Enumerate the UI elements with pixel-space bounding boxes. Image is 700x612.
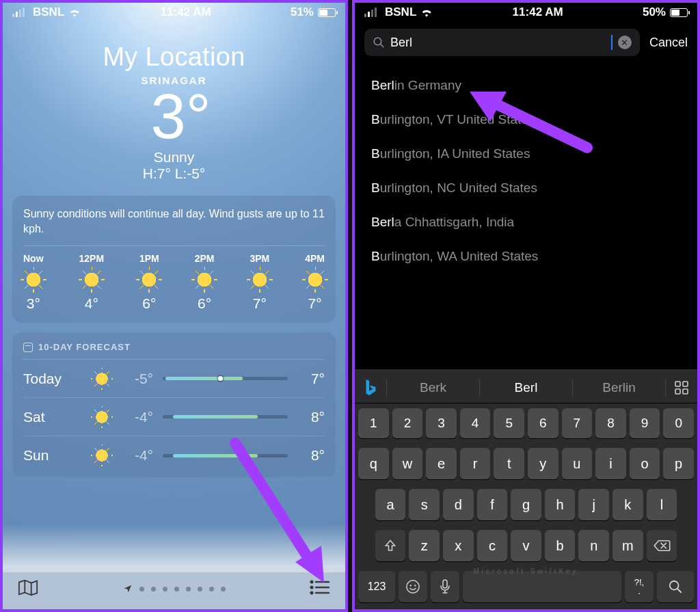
search-result[interactable]: Burlington, NC United States — [355, 171, 697, 205]
hourly-card[interactable]: Sunny conditions will continue all day. … — [12, 196, 336, 323]
search-result[interactable]: Burlington, IA United States — [355, 137, 697, 171]
key-v[interactable]: v — [511, 530, 541, 561]
suggestion[interactable]: Berlin — [573, 380, 665, 395]
forecast-row[interactable]: Sun -4° 8° — [23, 436, 325, 475]
search-input[interactable] — [390, 36, 610, 50]
key-1[interactable]: 1 — [358, 408, 389, 438]
key-space[interactable] — [463, 571, 621, 602]
key-r[interactable]: r — [460, 448, 491, 479]
key-g[interactable]: g — [511, 489, 541, 520]
grid-icon[interactable] — [666, 381, 697, 395]
sun-icon — [140, 271, 158, 289]
key-shift[interactable] — [375, 530, 406, 561]
high-temp: 7° — [297, 371, 325, 387]
hourly-column: 4PM7° — [305, 253, 325, 312]
key-u[interactable]: u — [562, 448, 593, 479]
key-123[interactable]: 123 — [358, 571, 395, 602]
key-l[interactable]: l — [647, 489, 677, 520]
hourly-column: 12PM4° — [79, 253, 104, 312]
hour-label: 1PM — [139, 253, 159, 264]
key-x[interactable]: x — [443, 530, 474, 561]
key-m[interactable]: m — [612, 530, 643, 561]
key-k[interactable]: k — [612, 489, 643, 520]
page-dots[interactable] — [123, 584, 226, 594]
sun-icon — [94, 410, 109, 425]
signal-icon — [12, 8, 25, 17]
key-j[interactable]: j — [578, 489, 609, 520]
hilo-label: H:7° L:-5° — [3, 165, 345, 182]
key-2[interactable]: 2 — [392, 408, 423, 438]
day-label: Today — [23, 371, 83, 387]
suggestion-current[interactable]: Berl — [480, 380, 572, 395]
low-temp: -4° — [120, 409, 153, 425]
battery-icon — [318, 8, 336, 17]
svg-point-17 — [410, 585, 412, 586]
clear-button[interactable]: ✕ — [618, 36, 632, 49]
svg-line-9 — [380, 44, 383, 47]
key-y[interactable]: y — [528, 448, 558, 479]
key-5[interactable]: 5 — [494, 408, 524, 438]
hour-temp: 7° — [308, 295, 322, 312]
low-temp: -4° — [120, 447, 153, 464]
key-e[interactable]: e — [426, 448, 457, 479]
key-d[interactable]: d — [443, 489, 474, 520]
search-field[interactable]: ✕ — [364, 29, 640, 56]
hour-temp: 6° — [198, 295, 211, 312]
key-c[interactable]: c — [477, 530, 508, 561]
weather-hero: My Location SRINAGAR 3° Sunny H:7° L:-5° — [3, 42, 345, 182]
key-6[interactable]: 6 — [528, 408, 558, 438]
search-result[interactable]: Berla Chhattisgarh, India — [355, 205, 697, 239]
key-z[interactable]: z — [409, 530, 440, 561]
key-emoji[interactable] — [399, 571, 427, 602]
map-button[interactable] — [18, 578, 38, 599]
search-result[interactable]: Burlington, WA United States — [355, 239, 697, 274]
bing-icon[interactable] — [355, 379, 386, 397]
high-temp: 8° — [297, 409, 325, 425]
key-punctuation[interactable]: ?!,. — [625, 571, 654, 602]
cancel-button[interactable]: Cancel — [649, 36, 688, 50]
key-mic[interactable] — [431, 571, 459, 602]
key-3[interactable]: 3 — [426, 408, 457, 438]
key-t[interactable]: t — [494, 448, 524, 479]
key-i[interactable]: i — [595, 448, 626, 479]
key-f[interactable]: f — [477, 489, 508, 520]
high-temp: 8° — [297, 447, 325, 464]
battery-percent: 51% — [291, 5, 314, 19]
sun-icon — [306, 271, 324, 289]
hour-temp: 7° — [253, 295, 267, 312]
key-9[interactable]: 9 — [630, 408, 660, 438]
location-arrow-icon — [123, 584, 133, 594]
suggestion[interactable]: Berk — [387, 380, 479, 395]
temp-range-bar — [163, 415, 288, 418]
signal-icon — [364, 8, 377, 17]
key-8[interactable]: 8 — [595, 408, 626, 438]
key-o[interactable]: o — [630, 448, 660, 479]
key-s[interactable]: s — [409, 489, 440, 520]
search-screen: BSNL 11:42 AM 50% ✕ Cancel Berlin German… — [352, 0, 700, 612]
search-result[interactable]: Burlington, VT United States — [355, 103, 697, 137]
key-b[interactable]: b — [545, 530, 576, 561]
key-p[interactable]: p — [663, 448, 694, 479]
forecast-row[interactable]: Today -5° 7° — [23, 360, 325, 398]
key-w[interactable]: w — [392, 448, 423, 479]
key-7[interactable]: 7 — [562, 408, 593, 438]
hour-temp: 4° — [85, 295, 98, 312]
key-4[interactable]: 4 — [460, 408, 491, 438]
forecast-card[interactable]: 10-DAY FORECAST Today -5° 7°Sat -4° 8°Su… — [12, 332, 336, 477]
key-n[interactable]: n — [578, 530, 609, 561]
location-title: My Location — [3, 42, 345, 72]
forecast-row[interactable]: Sat -4° 8° — [23, 398, 325, 436]
svg-rect-12 — [675, 382, 680, 386]
key-backspace[interactable] — [647, 530, 677, 561]
key-h[interactable]: h — [545, 489, 576, 520]
hour-label: 4PM — [305, 253, 325, 264]
battery-icon — [670, 8, 688, 17]
list-button[interactable] — [310, 578, 330, 599]
key-q[interactable]: q — [358, 448, 389, 479]
key-a[interactable]: a — [375, 489, 406, 520]
keyboard[interactable]: Berk Berl Berlin 1234567890 qwertyuiop a… — [355, 369, 697, 609]
key-search[interactable] — [657, 571, 694, 602]
search-icon — [373, 36, 385, 49]
search-result[interactable]: Berlin Germany — [355, 68, 697, 103]
key-0[interactable]: 0 — [663, 408, 694, 438]
